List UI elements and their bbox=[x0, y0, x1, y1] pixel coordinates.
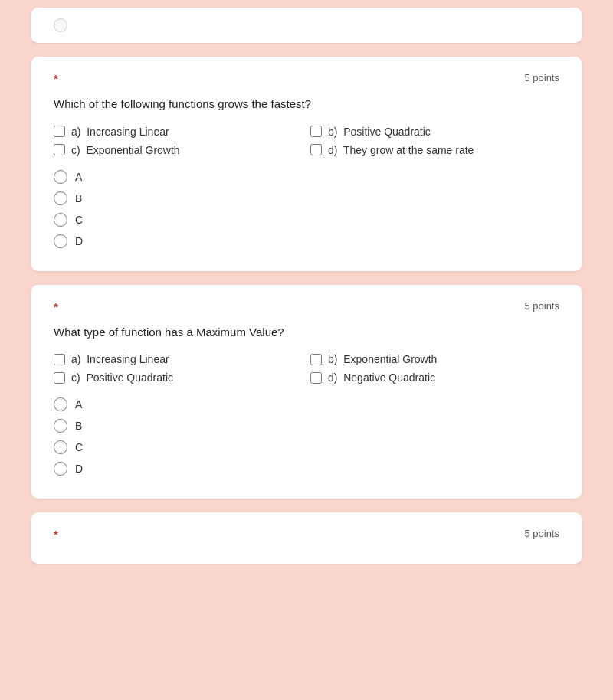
checkbox-q1a[interactable] bbox=[54, 126, 65, 137]
radio-q2C[interactable] bbox=[54, 440, 67, 454]
radio-q2A[interactable] bbox=[54, 397, 67, 411]
label-q2d: d) Negative Quadratic bbox=[328, 371, 435, 384]
required-star-q3: * bbox=[54, 528, 58, 541]
radio-item-q1C: C bbox=[54, 213, 559, 227]
radio-item-q2B: B bbox=[54, 419, 559, 433]
checkbox-q1c[interactable] bbox=[54, 144, 65, 155]
radio-item-q2C: C bbox=[54, 440, 559, 454]
question2-text: What type of function has a Maximum Valu… bbox=[54, 324, 559, 342]
radio-label-q2A: A bbox=[75, 398, 82, 411]
label-q2c: c) Positive Quadratic bbox=[71, 371, 173, 384]
question1-options-grid: a) Increasing Linear b) Positive Quadrat… bbox=[54, 126, 559, 156]
checkbox-q1b[interactable] bbox=[310, 126, 322, 137]
question3-header: * 5 points bbox=[54, 528, 559, 541]
radio-label-q2B: B bbox=[75, 420, 82, 432]
question2-header: * 5 points bbox=[54, 300, 559, 313]
points-label-q2: 5 points bbox=[524, 300, 559, 312]
radio-label-q2D: D bbox=[75, 463, 83, 475]
question2-radio-group: A B C D bbox=[54, 397, 559, 476]
radio-q1C[interactable] bbox=[54, 213, 67, 227]
question1-radio-group: A B C D bbox=[54, 170, 559, 248]
radio-label-q2C: C bbox=[75, 441, 83, 453]
partial-radio-item bbox=[54, 18, 559, 32]
checkbox-q2b[interactable] bbox=[310, 354, 322, 365]
option-q2b: b) Exponential Growth bbox=[310, 353, 559, 365]
partial-card-top bbox=[31, 8, 582, 43]
option-q1b: b) Positive Quadratic bbox=[310, 126, 559, 138]
option-q1d: d) They grow at the same rate bbox=[310, 144, 559, 156]
radio-label-q1D: D bbox=[75, 235, 83, 247]
option-q1a: a) Increasing Linear bbox=[54, 126, 303, 138]
checkbox-q2d[interactable] bbox=[310, 372, 322, 384]
label-q1c: c) Exponential Growth bbox=[71, 144, 180, 156]
radio-item-q1D: D bbox=[54, 234, 559, 248]
checkbox-q2a[interactable] bbox=[54, 354, 65, 365]
checkbox-q1d[interactable] bbox=[310, 144, 322, 155]
radio-q2D[interactable] bbox=[54, 462, 67, 476]
option-q2a: a) Increasing Linear bbox=[54, 353, 303, 365]
points-label-q3: 5 points bbox=[524, 528, 559, 539]
radio-q1A[interactable] bbox=[54, 170, 67, 184]
option-q2d: d) Negative Quadratic bbox=[310, 371, 559, 384]
question2-options-grid: a) Increasing Linear b) Exponential Grow… bbox=[54, 353, 559, 384]
label-q1d: d) They grow at the same rate bbox=[328, 144, 474, 156]
radio-label-q1A: A bbox=[75, 171, 82, 183]
label-q1b: b) Positive Quadratic bbox=[328, 126, 431, 138]
label-q2b: b) Exponential Growth bbox=[328, 353, 437, 365]
radio-label-q1B: B bbox=[75, 192, 82, 204]
question1-card: * 5 points Which of the following functi… bbox=[31, 57, 582, 271]
option-q1c: c) Exponential Growth bbox=[54, 144, 303, 156]
question3-partial-card: * 5 points bbox=[31, 512, 582, 564]
radio-item-q1B: B bbox=[54, 191, 559, 205]
question1-text: Which of the following functions grows t… bbox=[54, 96, 559, 113]
option-q2c: c) Positive Quadratic bbox=[54, 371, 303, 384]
radio-q1B[interactable] bbox=[54, 191, 67, 205]
question1-header: * 5 points bbox=[54, 72, 559, 85]
label-q1a: a) Increasing Linear bbox=[71, 126, 169, 138]
partial-radio-input[interactable] bbox=[54, 18, 67, 32]
radio-q1D[interactable] bbox=[54, 234, 67, 248]
question2-card: * 5 points What type of function has a M… bbox=[31, 285, 582, 499]
required-star-q1: * bbox=[54, 72, 58, 85]
points-label-q1: 5 points bbox=[524, 72, 559, 83]
required-star-q2: * bbox=[54, 300, 58, 313]
checkbox-q2c[interactable] bbox=[54, 372, 65, 384]
label-q2a: a) Increasing Linear bbox=[71, 353, 169, 365]
radio-label-q1C: C bbox=[75, 214, 83, 226]
radio-item-q2A: A bbox=[54, 397, 559, 411]
radio-item-q1A: A bbox=[54, 170, 559, 184]
radio-item-q2D: D bbox=[54, 462, 559, 476]
radio-q2B[interactable] bbox=[54, 419, 67, 433]
